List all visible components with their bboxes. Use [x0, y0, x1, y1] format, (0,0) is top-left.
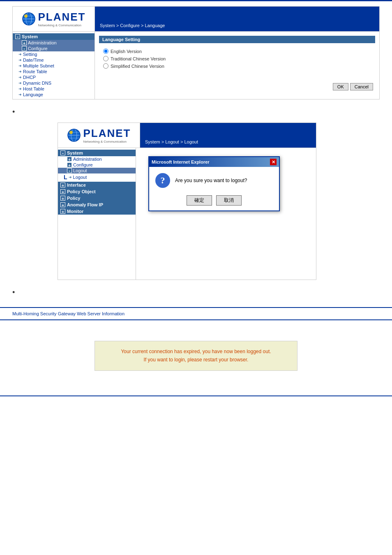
ie-dialog-message: Are you sure you want to logout?	[175, 178, 247, 183]
ie-dialog-buttons: 確定 取消	[149, 192, 279, 210]
svg-point-13	[69, 131, 73, 134]
panel1-body: - System + Administration - Configure ➜ …	[13, 32, 379, 99]
sidebar-interface-2[interactable]: + Interface	[58, 182, 136, 188]
sidebar-routetable-1[interactable]: ➜ Route Table	[13, 69, 95, 74]
sidebar-logout-label-2: Logout	[73, 168, 87, 173]
radio-traditional-label: Traditional Chinese Version	[111, 56, 166, 61]
footer-info-text: Multi-Homing Security Gateway Web Server…	[12, 311, 125, 316]
sidebar-configure-label-2: Configure	[73, 162, 93, 167]
radio-english-input[interactable]	[103, 49, 108, 54]
logo-text-2: PLANET Networking & Communication	[83, 127, 131, 143]
plus-icon-monitor-2: +	[60, 209, 65, 214]
sidebar-configure-1[interactable]: - Configure	[13, 46, 95, 51]
panel1: PLANET Networking & Communication System…	[12, 6, 380, 99]
sidebar-system-2[interactable]: - System	[58, 150, 136, 156]
arrow-hosttable-1: ➜	[18, 87, 22, 91]
planet-tagline-1: Networking & Communication	[38, 23, 86, 27]
radio-english[interactable]: English Version	[103, 49, 371, 54]
breadcrumb-1: System > Configure > Language	[100, 23, 165, 28]
radio-simplified-input[interactable]	[103, 63, 108, 69]
footer-info: Multi-Homing Security Gateway Web Server…	[0, 308, 392, 319]
sidebar-language-label-1: Language	[23, 92, 43, 97]
section-title-1: Language Setting	[99, 36, 375, 43]
sidebar-administration-2[interactable]: + Administration	[58, 156, 136, 162]
sidebar-admin-label-2: Administration	[73, 157, 102, 162]
panel2-header: PLANET Networking & Communication System…	[58, 123, 316, 148]
sidebar-policy-label-2: Policy	[67, 196, 80, 201]
radio-simplified-label: Simplified Chinese Version	[111, 64, 164, 69]
logo-1: PLANET Networking & Communication	[22, 11, 86, 27]
sidebar-dynamicdns-1[interactable]: ➜ Dynamic DNS	[13, 80, 95, 86]
radio-traditional[interactable]: Traditional Chinese Version	[103, 56, 371, 61]
arrow-dhcp-1: ➜	[18, 75, 22, 79]
radio-traditional-input[interactable]	[103, 56, 108, 61]
sidebar-monitor-2[interactable]: + Monitor	[58, 208, 136, 215]
expiry-section: Your current connection has expired, you…	[0, 320, 392, 391]
arrow-setting-1: ➜	[18, 52, 22, 56]
ie-dialog-container: Microsoft Internet Explorer ✕ ? Are you …	[148, 156, 280, 211]
ie-confirm-button[interactable]: 確定	[187, 195, 212, 206]
sidebar-administration-1[interactable]: + Administration	[13, 40, 95, 46]
sidebar-datetime-label-1: Date/Time	[23, 58, 44, 62]
sidebar-logout-2[interactable]: - Logout	[58, 168, 136, 173]
ie-cancel-button[interactable]: 取消	[216, 195, 242, 206]
sidebar-datetime-1[interactable]: ➜ Date/Time	[13, 57, 95, 63]
radio-simplified[interactable]: Simplified Chinese Version	[103, 63, 371, 69]
arrow-datetime-1: ➜	[18, 58, 22, 62]
ok-button-1[interactable]: OK	[333, 83, 348, 90]
main-content-2: Microsoft Internet Explorer ✕ ? Are you …	[136, 148, 316, 280]
sidebar-1: - System + Administration - Configure ➜ …	[13, 32, 95, 99]
sidebar-policy-2[interactable]: + Policy	[58, 195, 136, 201]
ie-dialog-body: ? Are you sure you want to logout?	[149, 167, 279, 192]
planet-tagline-2: Networking & Communication	[83, 140, 131, 143]
ie-dialog-title: Microsoft Internet Explorer	[152, 160, 210, 164]
expiry-box: Your current connection has expired, you…	[95, 341, 297, 371]
sidebar-system-label-1: System	[22, 34, 38, 39]
cancel-button-1[interactable]: Cancel	[350, 83, 373, 90]
sidebar-policyobject-2[interactable]: + Policy Object	[58, 188, 136, 195]
sidebar-hosttable-1[interactable]: ➜ Host Table	[13, 86, 95, 92]
logo-2: PLANET Networking & Communication	[67, 127, 131, 143]
radio-english-label: English Version	[111, 49, 142, 54]
sidebar-system-label-2: System	[67, 150, 83, 155]
arrow-language-1: ➜	[18, 92, 22, 97]
sidebar-multiplesubnet-1[interactable]: ➜ Multiple Subnet	[13, 63, 95, 69]
question-icon: ?	[155, 173, 170, 188]
ie-dialog: Microsoft Internet Explorer ✕ ? Are you …	[148, 156, 280, 211]
panel2-body: - System + Administration + Configure - …	[58, 148, 316, 280]
sidebar-dhcp-label-1: DHCP	[23, 75, 36, 80]
svg-point-6	[24, 14, 28, 18]
bullet-1: •	[12, 108, 380, 116]
logout-arrow-2: L	[64, 174, 67, 180]
arrow-dynamicdns-1: ➜	[18, 81, 22, 85]
globe-icon-1	[22, 12, 36, 26]
radio-group-1: English Version Traditional Chinese Vers…	[99, 46, 375, 71]
expiry-line1: Your current connection has expired, you…	[101, 347, 291, 356]
bullet-2: •	[12, 288, 380, 297]
plus-icon-policy-2: +	[60, 196, 65, 201]
sidebar-multiplesubnet-label-1: Multiple Subnet	[23, 63, 54, 68]
sidebar-anomaly-label-2: Anomaly Flow IP	[67, 202, 103, 207]
top-border	[0, 0, 392, 1]
panel2: PLANET Networking & Communication System…	[58, 123, 316, 280]
sidebar-setting-label-1: Setting	[23, 52, 37, 57]
sidebar-dhcp-1[interactable]: ➜ DHCP	[13, 74, 95, 80]
sidebar-2: - System + Administration + Configure - …	[58, 148, 136, 280]
sidebar-setting-1[interactable]: ➜ Setting	[13, 51, 95, 57]
ie-dialog-titlebar: Microsoft Internet Explorer ✕	[149, 157, 279, 167]
planet-name-1: PLANET	[38, 11, 86, 23]
sidebar-configure-2[interactable]: + Configure	[58, 162, 136, 168]
sidebar-anomaly-2[interactable]: + Anomaly Flow IP	[58, 201, 136, 208]
expiry-line2: If you want to login, please restart you…	[101, 356, 291, 364]
logo-text-1: PLANET Networking & Communication	[38, 11, 86, 27]
sidebar-dynamicdns-label-1: Dynamic DNS	[23, 81, 51, 86]
sidebar-system-1[interactable]: - System	[13, 33, 95, 40]
sidebar-logout-sub-2[interactable]: L ➜ Logout	[58, 173, 136, 181]
minus-icon-system-1: -	[15, 34, 20, 39]
panel2-wrapper: PLANET Networking & Communication System…	[58, 123, 316, 280]
arrow-routetable-1: ➜	[18, 69, 22, 74]
breadcrumb-area-2: System > Logout > Logout	[140, 123, 316, 148]
sidebar-language-1[interactable]: ➜ Language	[13, 92, 95, 97]
ie-dialog-close-button[interactable]: ✕	[270, 159, 277, 165]
sidebar-configure-label-1: Configure	[28, 46, 48, 51]
